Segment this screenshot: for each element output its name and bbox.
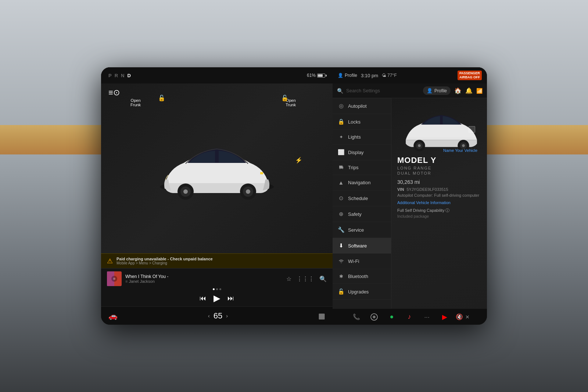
more-taskbar-button[interactable]: ··· bbox=[420, 310, 434, 324]
speed-control: ‹ 65 › bbox=[208, 311, 228, 321]
left-main: ≡⊙ Open Frunk 🔓 Open Trunk 🔓 bbox=[101, 83, 333, 306]
open-frunk-label: Open Frunk bbox=[130, 98, 141, 107]
battery-icon bbox=[317, 74, 325, 78]
music-taskbar-button[interactable]: ♪ bbox=[403, 310, 416, 324]
schedule-icon: ⊙ bbox=[338, 195, 344, 202]
search-bar: 🔍 Search Settings 👤 Profile 🏠 🔔 📶 bbox=[333, 83, 487, 98]
menu-item-software[interactable]: ⬇ Software bbox=[333, 238, 391, 254]
signal-icon[interactable]: 📶 bbox=[476, 88, 483, 94]
bluetooth-label: Bluetooth bbox=[348, 274, 368, 279]
camera-taskbar-button[interactable] bbox=[368, 310, 381, 324]
software-label: Software bbox=[348, 243, 367, 249]
navigation-label: Navigation bbox=[348, 180, 370, 185]
menu-item-autopilot[interactable]: ◎ Autopilot bbox=[333, 98, 391, 114]
menu-item-wifi[interactable]: Wi-Fi bbox=[333, 254, 391, 269]
additional-vehicle-info-link[interactable]: Additional Vehicle Information bbox=[397, 200, 481, 205]
weather-icon: 🌤 bbox=[382, 73, 386, 78]
car-visualization: ≡⊙ Open Frunk 🔓 Open Trunk 🔓 bbox=[101, 83, 333, 253]
bell-icon[interactable]: 🔔 bbox=[465, 87, 473, 94]
bluetooth-icon: ✱ bbox=[338, 274, 344, 279]
trips-icon: ⛟ bbox=[338, 165, 344, 170]
lights-icon: ✦ bbox=[338, 134, 344, 140]
next-track-button[interactable]: ⏭ bbox=[227, 295, 234, 302]
battery-indicator: 61% bbox=[307, 73, 325, 78]
svg-rect-7 bbox=[260, 172, 263, 174]
name-vehicle-link[interactable]: Name Your Vehicle bbox=[443, 148, 477, 153]
menu-item-lights[interactable]: ✦ Lights bbox=[333, 130, 391, 145]
spotify-taskbar-button[interactable]: ● bbox=[385, 310, 398, 324]
home-icon[interactable]: 🏠 bbox=[454, 87, 462, 94]
dot-2 bbox=[216, 288, 218, 290]
gear-d[interactable]: D bbox=[127, 73, 130, 78]
color-swatch[interactable] bbox=[469, 126, 475, 133]
phone-taskbar-button[interactable]: 📞 bbox=[350, 310, 363, 324]
youtube-taskbar-button[interactable]: ▶ bbox=[438, 310, 451, 324]
svg-point-15 bbox=[418, 144, 420, 147]
volume-control: 🔇 ✕ bbox=[456, 313, 470, 320]
menu-item-bluetooth[interactable]: ✱ Bluetooth bbox=[333, 269, 391, 284]
model-name: MODEL Y bbox=[397, 156, 481, 165]
menu-item-schedule[interactable]: ⊙ Schedule bbox=[333, 190, 391, 206]
svg-point-21 bbox=[374, 316, 375, 317]
menu-item-navigation[interactable]: ▲ Navigation bbox=[333, 175, 391, 190]
battery-percent: 61% bbox=[307, 73, 316, 78]
gear-p[interactable]: P bbox=[108, 73, 112, 78]
music-controls: ⏮ ▶ ⏭ bbox=[107, 293, 327, 303]
locks-icon: 🔒 bbox=[338, 118, 344, 125]
favorite-button[interactable]: ☆ bbox=[286, 275, 291, 282]
speed-increase[interactable]: › bbox=[226, 313, 228, 319]
search-music-button[interactable]: 🔍 bbox=[319, 275, 327, 282]
gear-n[interactable]: N bbox=[121, 73, 124, 78]
navigation-icon: ▲ bbox=[338, 179, 344, 186]
upgrades-label: Upgrades bbox=[348, 289, 369, 295]
gear-r[interactable]: R bbox=[115, 73, 118, 78]
left-panel: P R N D 61% ≡⊙ Open Fru bbox=[101, 67, 333, 325]
profile-tab-label: Profile bbox=[434, 88, 447, 93]
service-icon: 🔧 bbox=[338, 227, 344, 233]
track-info: When I Think Of You - ≡ Janet Jackson bbox=[125, 274, 283, 284]
vin-number: 5YJYGDEE9LF033515 bbox=[406, 187, 448, 192]
menu-item-upgrades[interactable]: 🔓 Upgrades bbox=[333, 284, 391, 300]
track-artist-name: Janet Jackson bbox=[129, 279, 154, 284]
profile-tab-icon: 👤 bbox=[427, 88, 433, 93]
volume-mute-icon[interactable]: 🔇 bbox=[456, 313, 463, 320]
wifi-label: Wi-Fi bbox=[348, 259, 359, 264]
warning-banner: ⚠ Paid charging unavailable - Check unpa… bbox=[101, 253, 333, 268]
open-frunk-icon[interactable]: 🔓 bbox=[158, 95, 165, 101]
settings-scroll: ◎ Autopilot 🔒 Locks ✦ Lights ⬜ Display bbox=[333, 98, 487, 309]
locks-label: Locks bbox=[348, 119, 361, 125]
schedule-label: Schedule bbox=[348, 196, 368, 201]
gear-selector: P R N D bbox=[108, 73, 131, 78]
bottom-taskbar: 📞 ● ♪ ··· ▶ 🔇 ✕ bbox=[333, 309, 487, 325]
profile-tab[interactable]: 👤 Profile bbox=[423, 86, 451, 95]
menu-item-service[interactable]: 🔧 Service bbox=[333, 222, 391, 238]
search-input-area[interactable]: 🔍 Search Settings bbox=[337, 88, 420, 94]
menu-item-safety[interactable]: ⊕ Safety bbox=[333, 206, 391, 222]
menu-item-trips[interactable]: ⛟ Trips bbox=[333, 160, 391, 175]
model-sub2: DUAL MOTOR bbox=[397, 171, 481, 175]
menu-item-locks[interactable]: 🔒 Locks bbox=[333, 114, 391, 130]
charging-indicator: ⚡ bbox=[295, 156, 302, 163]
vehicle-detail: MODEL Y LONG RANGE DUAL MOTOR 30,263 mi … bbox=[397, 156, 481, 218]
open-trunk-icon[interactable]: 🔓 bbox=[281, 95, 288, 101]
svg-point-3 bbox=[183, 189, 188, 194]
car-section-right: Name Your Vehicle bbox=[397, 104, 481, 152]
volume-x-button[interactable]: ✕ bbox=[465, 314, 470, 320]
svg-point-11 bbox=[113, 278, 115, 280]
lights-label: Lights bbox=[348, 134, 361, 140]
grid-button[interactable]: ▦ bbox=[318, 311, 325, 320]
speed-decrease[interactable]: ‹ bbox=[208, 313, 210, 319]
autopilot-label: Autopilot bbox=[348, 103, 367, 109]
settings-menu: ◎ Autopilot 🔒 Locks ✦ Lights ⬜ Display bbox=[333, 98, 391, 309]
menu-item-display[interactable]: ⬜ Display bbox=[333, 145, 391, 160]
top-bar-right: 👤 Profile 3:10 pm 🌤 77°F PASSENGER AIRBA… bbox=[333, 67, 487, 83]
prev-track-button[interactable]: ⏮ bbox=[200, 295, 206, 302]
speed-value: 65 bbox=[214, 311, 222, 321]
headlights-button[interactable]: ≡⊙ bbox=[108, 88, 120, 97]
play-button[interactable]: ▶ bbox=[214, 293, 220, 303]
outer-wrap: P R N D 61% ≡⊙ Open Fru bbox=[0, 0, 588, 392]
equalizer-button[interactable]: ⋮⋮⋮ bbox=[297, 275, 314, 282]
profile-button-top[interactable]: 👤 Profile bbox=[338, 73, 357, 78]
vin-row: VIN 5YJYGDEE9LF033515 bbox=[397, 187, 481, 192]
car-icon[interactable]: 🚗 bbox=[108, 311, 118, 320]
